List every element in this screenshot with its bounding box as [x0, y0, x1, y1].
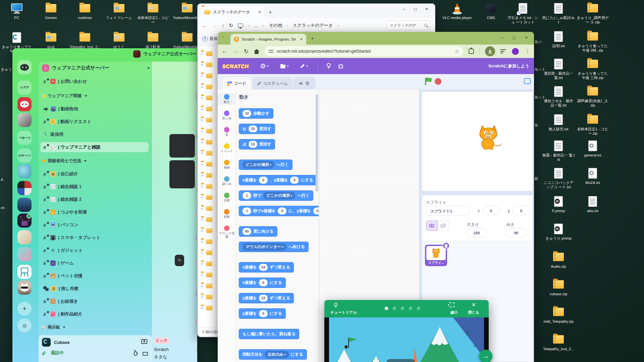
- join-scratch-link[interactable]: Scratchに参加しよう: [488, 63, 529, 69]
- channel-item[interactable]: #✌| 動画リクエスト: [41, 117, 149, 127]
- tree-folder-row[interactable]: >: [201, 51, 212, 56]
- scratch-cat-sprite[interactable]: [473, 125, 504, 152]
- category-motion[interactable]: 動き: [218, 93, 236, 105]
- category-item[interactable]: 調べる: [218, 175, 236, 187]
- desktop-icon[interactable]: ゆきゅうり.ymmp: [542, 223, 575, 241]
- chat-image-attachment[interactable]: [169, 160, 195, 188]
- server-avatar[interactable]: [17, 214, 32, 228]
- block-dropdown[interactable]: 左右のみ: [265, 351, 289, 358]
- discord-titlebar[interactable]: ウェブマニア公式サーバー: [133, 50, 196, 58]
- desktop-icon[interactable]: VLC media player: [441, 3, 473, 20]
- block-number-input[interactable]: 0: [278, 207, 286, 215]
- tree-folder-row[interactable]: >: [201, 295, 212, 299]
- category-item[interactable]: 制御: [218, 159, 236, 171]
- channel-category[interactable]: 📰掲示板: [41, 324, 149, 330]
- block-number-input[interactable]: 1: [243, 207, 251, 215]
- desktop-icon[interactable]: cubase.zip: [542, 279, 575, 296]
- server-icon-pill[interactable]: ーゆー's: [17, 131, 32, 145]
- desktop-icon[interactable]: 死にたい_ゅ歌詞.txt: [542, 3, 575, 25]
- desktop-icon[interactable]: ↗万引きメモ.txt - ショ ートカット: [507, 3, 539, 25]
- add-server-button[interactable]: +: [17, 302, 32, 316]
- close-label[interactable]: 閉じる: [468, 310, 479, 315]
- server-avatar[interactable]: [17, 265, 32, 279]
- chat-image-attachment[interactable]: [169, 134, 195, 158]
- direction-input[interactable]: 90: [506, 228, 527, 237]
- home-icon[interactable]: [254, 49, 259, 54]
- file-menu[interactable]: ▾: [280, 64, 289, 68]
- tree-folder-row[interactable]: >: [201, 107, 212, 111]
- tab-code[interactable]: コード: [222, 77, 252, 90]
- tree-folder-row[interactable]: >: [201, 206, 212, 211]
- maximize-button[interactable]: ▢: [410, 7, 420, 11]
- palette-block[interactable]: マウスのポインターへ向ける: [239, 242, 309, 252]
- desktop-icon[interactable]: 説明.txt: [542, 31, 575, 48]
- block-number-input[interactable]: 1: [243, 192, 251, 199]
- palette-block[interactable]: どこかの場所へ行く: [239, 160, 292, 170]
- block-number-input[interactable]: 0: [259, 177, 268, 184]
- tutorial-dot[interactable]: [409, 307, 412, 310]
- desktop-icon[interactable]: フォトフレーム: [103, 3, 135, 20]
- fullscreen-icon[interactable]: [524, 78, 531, 84]
- tree-folder-row[interactable]: >: [201, 162, 212, 167]
- download-icon[interactable]: [485, 46, 495, 56]
- desktop-icon[interactable]: Audio.zip: [542, 251, 575, 269]
- desktop-icon[interactable]: 名称未設定1 - コピ ー.zip: [577, 114, 609, 136]
- tree-folder-row[interactable]: >: [201, 151, 212, 156]
- desktop-icon[interactable]: akis.txt: [577, 196, 609, 213]
- sprite-card-selected[interactable]: スプライ...: [425, 245, 447, 266]
- desktop-icon[interactable]: 無人販売.txt: [542, 114, 575, 131]
- palette-block[interactable]: 90度に向ける: [239, 226, 277, 237]
- size-input[interactable]: 100: [466, 228, 487, 237]
- palette-block[interactable]: y座標を10ずつ変える: [239, 293, 294, 303]
- channel-item[interactable]: #🎨| お絵描き: [41, 296, 149, 306]
- breadcrumb-other[interactable]: その他: [269, 22, 282, 28]
- desktop-icon[interactable]: ゆF.ymmp: [542, 196, 575, 213]
- block-number-input[interactable]: 15: [249, 141, 257, 148]
- forward-icon[interactable]: →: [212, 23, 217, 28]
- breadcrumb-ellipsis[interactable]: …: [254, 23, 258, 28]
- reading-list-icon[interactable]: [500, 49, 506, 53]
- desktop-icon[interactable]: CMS: [475, 3, 507, 20]
- desktop-icon[interactable]: きゅうり_調声用デー タ.zip: [577, 3, 609, 25]
- desktop-icon[interactable]: 調声練習(失敗) _3.zip: [577, 86, 609, 108]
- tree-folder-row[interactable]: >: [201, 250, 212, 255]
- block-number-input[interactable]: 10: [259, 295, 268, 302]
- tree-folder-row[interactable]: >: [201, 306, 212, 310]
- desktop-icon[interactable]: PC: [1, 3, 33, 20]
- desktop-icon[interactable]: id-id: [35, 32, 67, 49]
- block-dropdown[interactable]: どこかの場所: [243, 161, 274, 169]
- up-icon[interactable]: ↑: [222, 23, 224, 28]
- tree-folder-row[interactable]: >: [201, 184, 212, 189]
- server-avatar[interactable]: [17, 198, 32, 212]
- new-tab-button[interactable]: +: [269, 9, 272, 15]
- tree-folder-row[interactable]: >: [201, 239, 212, 244]
- tab-costumes[interactable]: コスチューム: [252, 77, 292, 90]
- palette-block[interactable]: 1秒でx座標を0に、y座標を0: [239, 206, 319, 216]
- sprite-name-input[interactable]: スプライト1: [426, 206, 470, 216]
- tutorial-dot[interactable]: [385, 307, 388, 310]
- server-avatar[interactable]: [17, 164, 32, 178]
- desktop-icon[interactable]: 路上駐車: [137, 32, 169, 49]
- scratch-logo[interactable]: SCRATCH: [222, 63, 249, 69]
- chrome-active-tab[interactable]: S Scratch - Imagine, Program, Sh ✕: [230, 34, 306, 45]
- tree-folder-row[interactable]: >: [201, 140, 212, 144]
- palette-block[interactable]: ↻15度回す: [239, 124, 275, 134]
- refresh-icon[interactable]: ↻: [229, 22, 233, 28]
- explore-servers-button[interactable]: ◎: [17, 318, 32, 333]
- block-number-input[interactable]: 10: [243, 110, 251, 117]
- channel-item[interactable]: 😍| 推し布教: [41, 284, 149, 294]
- channel-reply-item[interactable]: └返信用: [41, 129, 149, 139]
- server-icon-pill[interactable]: のサーバ: [17, 148, 32, 163]
- channel-category[interactable]: 🤝視聴者同士で交流: [41, 158, 149, 164]
- tree-folder-row[interactable]: >: [201, 73, 212, 78]
- block-number-input[interactable]: 15: [249, 125, 257, 132]
- server-avatar[interactable]: [17, 281, 32, 295]
- explorer-search-box[interactable]: スクラッチのデ: [387, 20, 430, 30]
- server-icon-pill[interactable]: イデア: [17, 80, 32, 95]
- desktop-icon[interactable]: runtimes: [69, 3, 101, 20]
- tutorial-video[interactable]: ♪ ♪: [329, 317, 484, 362]
- category-item[interactable]: イベント: [218, 142, 236, 154]
- chat-file-chip[interactable]: ¾: [175, 255, 184, 266]
- desktop-icon[interactable]: きゅうり食ってた午後 三時.zip: [577, 58, 609, 80]
- channel-item[interactable]: #🎮| ゲーム: [41, 258, 149, 268]
